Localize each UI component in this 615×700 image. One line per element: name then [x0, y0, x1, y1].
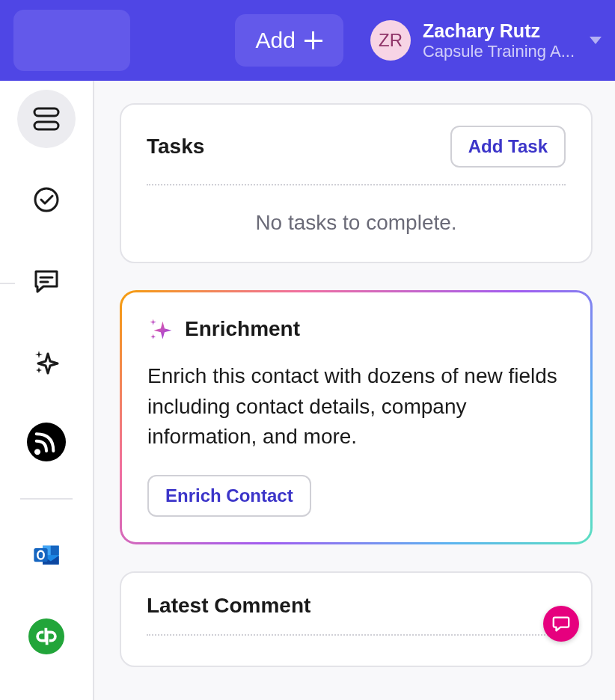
quickbooks-icon — [31, 621, 61, 651]
sidebar-integration-quickbooks[interactable] — [17, 607, 76, 666]
add-task-button[interactable]: Add Task — [450, 126, 566, 168]
sidebar-item-tasks[interactable] — [17, 171, 76, 229]
enrich-contact-button[interactable]: Enrich Contact — [147, 475, 311, 517]
add-button[interactable]: Add — [235, 14, 343, 67]
svg-rect-0 — [34, 108, 58, 116]
svg-point-2 — [35, 188, 58, 211]
content-area: Tasks Add Task No tasks to complete. — [94, 81, 615, 700]
plus-icon — [305, 31, 322, 49]
chat-icon — [551, 614, 571, 633]
search-input[interactable] — [13, 10, 130, 71]
user-menu[interactable]: ZR Zachary Rutz Capsule Training A... — [370, 19, 602, 61]
divider — [147, 634, 566, 636]
sidebar-item-ai[interactable] — [17, 332, 76, 390]
avatar: ZR — [370, 20, 411, 61]
enrichment-description: Enrich this contact with dozens of new f… — [147, 361, 565, 452]
tasks-title: Tasks — [147, 135, 204, 159]
latest-comment-card: Latest Comment — [120, 571, 593, 667]
svg-rect-1 — [34, 122, 58, 129]
records-icon — [31, 104, 61, 134]
enrichment-title: Enrichment — [185, 317, 300, 341]
latest-comment-title: Latest Comment — [147, 594, 566, 618]
sidebar-item-records[interactable] — [17, 90, 76, 148]
sparkle-icon — [147, 316, 173, 342]
tasks-card: Tasks Add Task No tasks to complete. — [120, 103, 593, 263]
outlook-icon — [31, 541, 61, 571]
sidebar-item-messages[interactable] — [17, 251, 76, 310]
sidebar-item-feed[interactable] — [17, 413, 76, 471]
chevron-down-icon — [590, 37, 602, 44]
svg-rect-7 — [51, 546, 59, 556]
check-circle-icon — [31, 185, 61, 215]
sidebar-integration-outlook[interactable] — [17, 526, 76, 585]
divider — [147, 184, 566, 185]
sidebar-divider — [20, 498, 73, 500]
enrichment-card: Enrichment Enrich this contact with doze… — [120, 290, 593, 544]
feed-icon — [31, 427, 61, 457]
user-name: Zachary Rutz — [423, 19, 575, 42]
sparkle-icon — [31, 346, 61, 376]
chat-fab[interactable] — [543, 606, 579, 642]
message-icon — [31, 265, 61, 295]
user-org: Capsule Training A... — [423, 42, 575, 61]
add-button-label: Add — [256, 28, 296, 53]
app-header: Add ZR Zachary Rutz Capsule Training A..… — [0, 0, 615, 81]
sidebar — [0, 81, 94, 700]
tasks-empty-text: No tasks to complete. — [147, 211, 566, 235]
